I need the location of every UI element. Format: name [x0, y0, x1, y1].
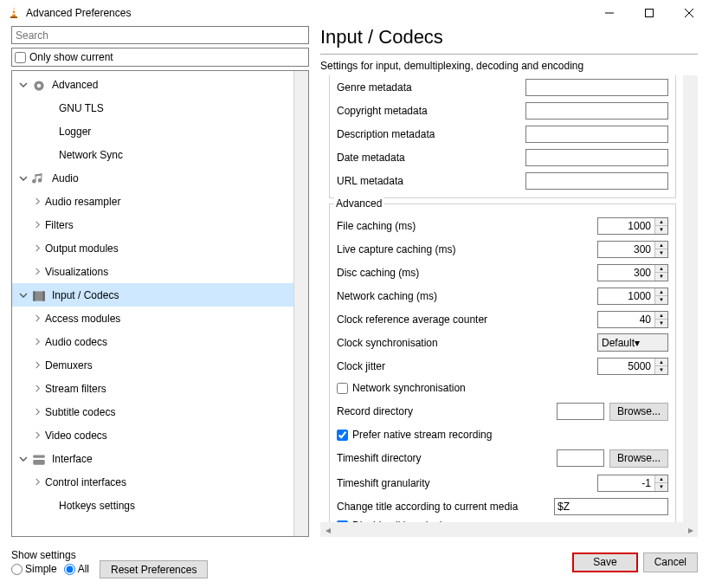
- only-show-current-box[interactable]: [15, 52, 26, 63]
- advanced-group-title: Advanced: [334, 197, 384, 210]
- minimize-button[interactable]: [590, 0, 629, 26]
- svg-rect-13: [33, 460, 45, 465]
- tree-item[interactable]: Network Sync: [12, 143, 293, 166]
- only-show-current-label: Only show current: [29, 51, 113, 63]
- scroll-right-icon[interactable]: ▸: [683, 524, 698, 536]
- description-metadata-input[interactable]: [525, 126, 668, 143]
- date-metadata-input[interactable]: [525, 149, 668, 166]
- chevron-right-icon: [31, 476, 43, 488]
- clock-ref-label: Clock reference average counter: [337, 313, 597, 326]
- url-metadata-label: URL metadata: [337, 175, 525, 187]
- save-button[interactable]: Save: [572, 552, 637, 572]
- chevron-down-icon: [17, 289, 29, 301]
- copyright-metadata-label: Copyright metadata: [337, 105, 525, 117]
- tree-item[interactable]: Logger: [12, 120, 293, 143]
- preferences-tree[interactable]: AdvancedGNU TLSLoggerNetwork SyncAudioAu…: [12, 71, 293, 536]
- change-title-label: Change title according to current media: [337, 501, 554, 513]
- cancel-button[interactable]: Cancel: [643, 552, 698, 572]
- settings-scroll-area[interactable]: Genre metadata Copyright metadata Descri…: [320, 75, 698, 522]
- simple-radio[interactable]: Simple: [11, 563, 57, 575]
- tree-item[interactable]: Filters: [12, 213, 293, 236]
- all-radio[interactable]: All: [64, 563, 89, 575]
- clock-sync-label: Clock synchronisation: [337, 337, 597, 349]
- chevron-right-icon: [31, 383, 43, 395]
- svg-rect-10: [33, 291, 35, 300]
- tree-item[interactable]: Access modules: [12, 307, 293, 330]
- clock-jitter-spin[interactable]: 5000▲▼: [597, 358, 668, 375]
- advanced-group: Advanced File caching (ms)1000▲▼ Live ca…: [329, 204, 676, 522]
- tree-item[interactable]: Audio resampler: [12, 190, 293, 213]
- svg-rect-1: [12, 13, 16, 15]
- maximize-button[interactable]: [629, 0, 669, 26]
- scroll-left-icon[interactable]: ◂: [320, 524, 335, 536]
- page-description: Settings for input, demultiplexing, deco…: [320, 60, 698, 72]
- titlebar: Advanced Preferences: [0, 0, 709, 26]
- file-caching-label: File caching (ms): [337, 220, 597, 232]
- prefer-native-checkbox[interactable]: Prefer native stream recording: [337, 424, 668, 445]
- tree-item[interactable]: Visualizations: [12, 260, 293, 283]
- tree-item[interactable]: Audio codecs: [12, 330, 293, 353]
- file-caching-spin[interactable]: 1000▲▼: [597, 217, 668, 235]
- vlc-cone-icon: [7, 6, 21, 20]
- record-dir-browse-button[interactable]: Browse...: [609, 403, 668, 421]
- disc-caching-label: Disc caching (ms): [337, 267, 597, 279]
- svg-point-8: [37, 83, 42, 87]
- tree-item[interactable]: Hotkeys settings: [12, 494, 293, 517]
- tree-item[interactable]: Audio: [12, 166, 293, 190]
- chevron-down-icon: [17, 453, 29, 465]
- network-sync-checkbox[interactable]: Network synchronisation: [337, 378, 668, 398]
- url-metadata-input[interactable]: [525, 172, 668, 190]
- change-title-input[interactable]: [554, 498, 668, 515]
- live-caching-label: Live capture caching (ms): [337, 243, 597, 255]
- chevron-down-icon: ▾: [635, 337, 667, 349]
- tree-item[interactable]: Output modules: [12, 236, 293, 260]
- tree-item[interactable]: Input / Codecs: [12, 283, 293, 307]
- timeshift-dir-browse-button[interactable]: Browse...: [609, 449, 668, 468]
- tree-item[interactable]: GNU TLS: [12, 96, 293, 120]
- svg-rect-2: [10, 16, 17, 18]
- clock-ref-spin[interactable]: 40▲▼: [597, 311, 668, 328]
- show-settings-label: Show settings: [11, 549, 89, 561]
- svg-rect-0: [12, 10, 16, 11]
- copyright-metadata-input[interactable]: [525, 102, 668, 120]
- clock-sync-combo[interactable]: Default▾: [597, 333, 668, 352]
- chevron-right-icon: [31, 242, 43, 255]
- tree-item[interactable]: Demuxers: [12, 353, 293, 377]
- tree-item[interactable]: Advanced: [12, 73, 293, 96]
- tree-scrollbar[interactable]: [293, 71, 308, 536]
- iface-icon: [31, 452, 47, 466]
- clock-jitter-label: Clock jitter: [337, 360, 597, 372]
- svg-rect-12: [33, 455, 45, 457]
- date-metadata-label: Date metadata: [337, 152, 525, 164]
- description-metadata-label: Description metadata: [337, 128, 525, 140]
- metadata-group: Genre metadata Copyright metadata Descri…: [329, 75, 676, 198]
- svg-rect-11: [43, 291, 45, 300]
- search-input[interactable]: [11, 26, 309, 44]
- svg-rect-4: [646, 10, 654, 17]
- close-button[interactable]: [669, 0, 709, 26]
- chevron-right-icon: [31, 430, 43, 442]
- disc-caching-spin[interactable]: 300▲▼: [597, 264, 668, 281]
- tree-item[interactable]: Video codecs: [12, 423, 293, 447]
- chevron-right-icon: [31, 336, 43, 348]
- tree-item[interactable]: Interface: [12, 447, 293, 470]
- window-title: Advanced Preferences: [26, 7, 590, 19]
- timeshift-gran-spin[interactable]: -1▲▼: [597, 475, 668, 492]
- only-show-current-checkbox[interactable]: Only show current: [11, 48, 309, 67]
- audio-icon: [31, 171, 47, 185]
- tree-item[interactable]: Control interfaces: [12, 470, 293, 494]
- genre-metadata-input[interactable]: [525, 79, 668, 96]
- chevron-right-icon: [31, 313, 43, 325]
- record-dir-input[interactable]: [557, 403, 604, 420]
- chevron-right-icon: [31, 266, 43, 278]
- reset-preferences-button[interactable]: Reset Preferences: [100, 560, 208, 578]
- horizontal-scrollbar[interactable]: ◂ ▸: [320, 522, 698, 537]
- timeshift-dir-input[interactable]: [557, 449, 604, 467]
- network-caching-spin[interactable]: 1000▲▼: [597, 288, 668, 305]
- chevron-right-icon: [31, 406, 43, 418]
- tree-item[interactable]: Subtitle codecs: [12, 400, 293, 423]
- tree-item[interactable]: Stream filters: [12, 377, 293, 400]
- chevron-down-icon: [17, 79, 29, 91]
- chevron-right-icon: [31, 219, 43, 231]
- live-caching-spin[interactable]: 300▲▼: [597, 241, 668, 258]
